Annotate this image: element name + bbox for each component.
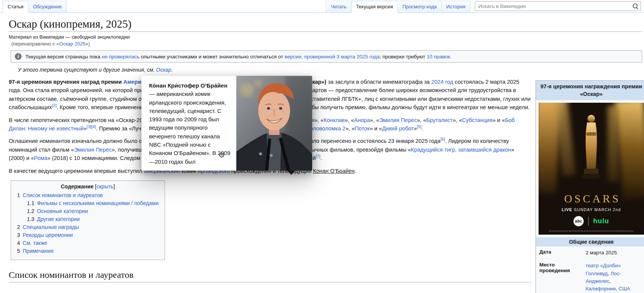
statuette-blur [608,106,619,182]
search-input[interactable] [475,2,632,11]
namespace-tabs: СтатьяОбсуждение [3,1,67,13]
conan-obrien-photo[interactable] [236,76,312,171]
toc-link[interactable]: Список номинантов и лауреатов [23,192,103,198]
link[interactable]: Дикий робот [382,125,414,132]
link[interactable]: Крадущийся тигр, затаившийся дракон [411,147,511,153]
link[interactable]: США [619,286,630,291]
divider [588,217,589,226]
toc-item: 1.1Фильмы с несколькими номинациями / по… [27,200,159,206]
toc-number: 1.2 [27,208,34,214]
link[interactable]: Калифорния [586,286,616,291]
link[interactable]: Бруталист [426,117,453,123]
toc-number: 1.3 [27,216,34,222]
text: , [616,286,619,291]
link[interactable]: Анора [354,117,370,123]
toc-number: 4 [17,240,20,246]
toc-heading: Содержание [61,183,93,190]
reference-link[interactable]: [5] [417,124,421,129]
text: ; проверки требуют [380,54,427,60]
text: . [171,67,173,73]
link[interactable]: театр «Долби» [586,263,621,268]
text: (перенаправлено с « [11,41,59,47]
link[interactable]: Конан О’Брайен [313,168,355,174]
link[interactable]: Эмилия Перес [379,117,417,123]
tab-view-source[interactable]: Просмотр кода [397,1,442,13]
reference-link[interactable]: [7] [316,154,320,158]
text: 2 марта 2025 [586,250,617,255]
link[interactable]: Поток [355,125,369,132]
toc-link[interactable]: Примечания [23,248,53,254]
reference-link[interactable]: [6] [440,137,445,142]
link[interactable]: Рома [34,155,47,161]
reference-link[interactable]: [2] [52,103,57,108]
text: . [450,54,452,60]
link[interactable]: Эмилия Перес [74,147,112,153]
toc-link[interactable]: Специальные награды [23,224,79,230]
popup-pointer [287,171,295,175]
link[interactable]: Конклав [324,117,345,123]
live-label: LIVE [562,207,572,212]
link[interactable]: Головоломка 2 [307,125,346,132]
reference-link[interactable]: [3][4] [86,124,96,129]
oscars-poster-image[interactable]: OSCARS LIVE SUNDAY MARCH 2nd abc hulu [539,103,644,235]
tab-read[interactable]: Читать [326,1,351,13]
oscars-logo-text: OSCARS [539,193,644,205]
toc-link[interactable]: См. также [23,240,47,246]
toc-item: 1.3Другие категории [27,216,159,222]
bold-text: 97-я церемония вручения наград премии [9,79,123,85]
text: , [609,278,611,284]
tab-article[interactable]: Статья [3,1,28,13]
link[interactable]: не проверялась [102,54,139,60]
link[interactable]: 2024 год [431,79,453,85]
info-icon: i [15,53,22,60]
statuette-blur [615,103,644,199]
toc-number: 1 [17,192,20,198]
toc-link[interactable]: Другие категории [37,216,80,222]
toc-item: 3Рекорды церемонии [17,232,159,238]
site-tagline: Материал из Википедии — свободной энцикл… [9,34,644,40]
link[interactable]: Оскар 2025 [59,41,86,47]
toc-number: 3 [17,232,20,238]
toc-item: 1.2Основные категории [27,208,159,214]
text: Текущая версия страницы пока [25,54,102,60]
toc-item: 2Специальные награды [17,224,159,230]
infobox: 97-я церемония награждения премии «Оскар… [536,80,644,293]
tab-discussion[interactable]: Обсуждение [28,1,67,13]
toc-toggle[interactable]: скрыть [96,183,113,190]
infobox-label: Место проведения [536,259,585,293]
settings-gear-icon[interactable]: ⚙ [218,152,225,159]
link[interactable]: Субстанция [462,117,493,123]
date-label: SUNDAY MARCH 2nd [572,207,621,212]
hatnote: У этого термина существуют и другие знач… [18,67,644,73]
text: опытными участниками и может значительно… [140,54,285,60]
toc-link[interactable]: Фильмы с несколькими номинациями / побед… [37,200,159,206]
text: », « [346,125,355,132]
text: В качестве ведущего церемонии впервые вы… [9,168,144,174]
tab-current-version[interactable]: Текущая версия [351,1,398,13]
link[interactable]: Оскар [156,67,171,73]
link[interactable]: версии, проверенной 3 марта 2025 года [284,54,380,60]
poster-fineprint [549,230,633,232]
search-icon[interactable] [632,3,639,9]
link[interactable]: 10 правок [427,54,450,60]
toc-link[interactable]: Основные категории [37,208,88,214]
broadcast-tagline: LIVE SUNDAY MARCH 2nd [539,207,644,212]
text: » [414,125,417,132]
tab-history[interactable]: История [441,1,470,13]
abc-logo: abc [573,216,584,226]
toc-bracket: ] [113,183,115,190]
top-tab-bar: СтатьяОбсуждение ЧитатьТекущая версияПро… [0,0,644,13]
toc-number: 5 [17,248,20,254]
link[interactable]: Голливуд [586,271,608,276]
text: . [421,125,423,132]
text: » и « [493,117,505,123]
toc-link[interactable]: Рекорды церемонии [23,232,73,238]
networks-row: abc hulu [539,216,644,226]
infobox-value: 2 марта 2025 [585,246,644,259]
bold-text: Ко́нан Кри́стофер О’Бра́йен [149,82,227,89]
text: », « [314,117,324,123]
toc-item: 1Список номинантов и лауреатов [17,192,159,198]
text: ») [85,41,90,47]
text: », « [370,117,379,123]
table-of-contents: Содержание [скрыть] 1Список номинантов и… [11,180,165,260]
